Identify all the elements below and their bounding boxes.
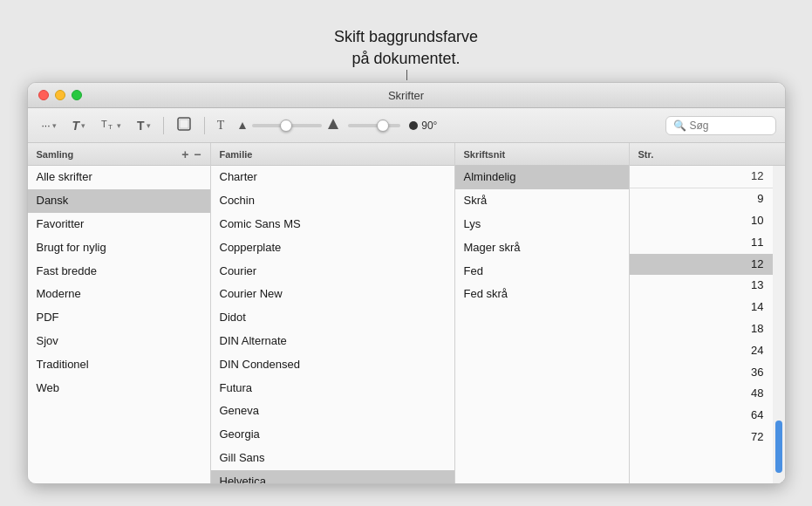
samling-list-item[interactable]: Moderne	[28, 283, 210, 306]
str-list-item[interactable]: 10	[630, 210, 773, 232]
familie-list-item[interactable]: Comic Sans MS	[211, 213, 454, 236]
svg-text:T: T	[108, 123, 113, 131]
familie-list-item[interactable]: Didot	[211, 306, 454, 330]
titlebar: Skrifter	[28, 83, 785, 108]
familie-list-item[interactable]: Helvetica	[211, 470, 454, 484]
familie-list-item[interactable]: DIN Alternate	[211, 330, 454, 353]
familie-list-item[interactable]: Cochin	[211, 189, 454, 213]
text-style-icon: T	[137, 119, 145, 133]
tooltip: Skift baggrundsfarve på dokumentet.	[334, 26, 478, 70]
text-style-button[interactable]: T ▾	[132, 116, 156, 135]
font-size-chevron-icon: ▾	[117, 121, 121, 130]
toolbar-separator-2	[204, 117, 205, 134]
samling-list-item[interactable]: PDF	[28, 306, 210, 330]
str-list-item[interactable]: 72	[630, 427, 773, 448]
columns-area: Samling + − Alle skrifterDanskFavoritter…	[28, 143, 785, 483]
samling-list-item[interactable]: Alle skrifter	[28, 166, 210, 189]
familie-list-item[interactable]: DIN Condensed	[211, 353, 454, 377]
skriftsnit-list-item[interactable]: Mager skrå	[455, 236, 629, 260]
familie-list-item[interactable]: Courier New	[211, 283, 454, 306]
search-box[interactable]: 🔍	[665, 116, 776, 135]
str-list-item[interactable]: 14	[630, 297, 773, 318]
familie-list-item[interactable]: Geneva	[211, 400, 454, 423]
skriftsnit-column: Skriftsnit AlmindeligSkråLysMager skråFe…	[455, 143, 630, 483]
svg-rect-3	[180, 120, 188, 128]
samling-list: Alle skrifterDanskFavoritterBrugt for ny…	[28, 166, 210, 483]
actions-button[interactable]: ··· ▾	[37, 117, 62, 134]
str-list-item[interactable]: 48	[630, 383, 773, 405]
familie-list: CharterCochinComic Sans MSCopperplateCou…	[211, 166, 454, 483]
minimize-button[interactable]	[55, 90, 65, 100]
remove-collection-button[interactable]: −	[194, 148, 201, 161]
samling-list-item[interactable]: Dansk	[28, 189, 210, 213]
rotation-value: 90°	[421, 120, 437, 132]
skriftsnit-list-item[interactable]: Fed	[455, 260, 629, 284]
skriftsnit-list-item[interactable]: Almindelig	[455, 166, 629, 189]
samling-column: Samling + − Alle skrifterDanskFavoritter…	[28, 143, 211, 483]
familie-list-item[interactable]: Courier	[211, 260, 454, 284]
str-header-label: Str.	[638, 149, 654, 160]
familie-list-item[interactable]: Futura	[211, 377, 454, 400]
font-size-icon: TT	[101, 117, 115, 133]
triangle-large-icon	[327, 118, 339, 133]
font-collection-button[interactable]: T ▾	[67, 116, 92, 135]
str-list-item[interactable]: 12	[630, 254, 773, 276]
search-input[interactable]	[690, 120, 768, 132]
str-list-item[interactable]: 24	[630, 340, 773, 362]
str-top-value: 12	[630, 166, 773, 188]
str-list-item[interactable]: 11	[630, 232, 773, 254]
str-list-item[interactable]: 36	[630, 362, 773, 384]
window-title: Skrifter	[388, 89, 424, 102]
background-icon	[176, 116, 192, 134]
str-scrollbar-thumb[interactable]	[775, 421, 782, 473]
familie-header-label: Familie	[220, 149, 253, 160]
str-list-item[interactable]: 18	[630, 318, 773, 340]
familie-header: Familie	[211, 143, 454, 166]
familie-list-item[interactable]: Georgia	[211, 423, 454, 447]
samling-list-item[interactable]: Fast bredde	[28, 260, 210, 284]
familie-list-item[interactable]: Charter	[211, 166, 454, 189]
font-preview-button[interactable]: T	[212, 116, 230, 135]
skriftsnit-header-label: Skriftsnit	[464, 149, 506, 160]
samling-list-item[interactable]: Sjov	[28, 330, 210, 353]
samling-header-actions: + −	[181, 148, 201, 161]
skriftsnit-list-item[interactable]: Lys	[455, 213, 629, 236]
maximize-button[interactable]	[72, 90, 82, 100]
size-slider-thumb[interactable]	[280, 120, 292, 132]
str-scrollbar[interactable]	[773, 166, 785, 483]
add-collection-button[interactable]: +	[181, 148, 188, 161]
tooltip-pointer	[406, 70, 407, 80]
size-slider-track[interactable]	[252, 124, 322, 127]
fonts-window: Skrifter ··· ▾ T ▾ TT ▾ T ▾	[27, 82, 786, 484]
samling-list-item[interactable]: Brugt for nylig	[28, 236, 210, 260]
opacity-slider-track[interactable]	[348, 124, 400, 127]
rotation-dot-icon	[409, 121, 418, 130]
text-style-chevron-icon: ▾	[147, 121, 151, 130]
font-size-button[interactable]: TT ▾	[96, 114, 126, 136]
str-header: Str.	[630, 143, 785, 166]
search-icon: 🔍	[673, 120, 686, 132]
samling-header-label: Samling	[37, 149, 74, 160]
close-button[interactable]	[38, 90, 49, 100]
samling-list-item[interactable]: Traditionel	[28, 353, 210, 377]
str-list-item[interactable]: 13	[630, 275, 773, 297]
background-button[interactable]	[171, 113, 197, 137]
str-list-item[interactable]: 64	[630, 405, 773, 427]
toolbar-separator-1	[163, 117, 164, 134]
samling-list-item[interactable]: Favoritter	[28, 213, 210, 236]
familie-list-item[interactable]: Gill Sans	[211, 447, 454, 470]
toolbar: ··· ▾ T ▾ TT ▾ T ▾ T	[28, 108, 785, 143]
samling-header: Samling + −	[28, 143, 210, 166]
samling-list-item[interactable]: Web	[28, 377, 210, 400]
familie-list-item[interactable]: Copperplate	[211, 236, 454, 260]
triangle-small-icon	[238, 118, 247, 133]
font-preview-icon: T	[217, 119, 225, 133]
str-list-item[interactable]: 9	[630, 188, 773, 210]
skriftsnit-list-item[interactable]: Fed skrå	[455, 283, 629, 306]
actions-icon: ···	[42, 120, 51, 132]
skriftsnit-list-item[interactable]: Skrå	[455, 189, 629, 213]
opacity-slider-thumb[interactable]	[377, 120, 389, 132]
svg-marker-4	[239, 122, 246, 129]
familie-column: Familie CharterCochinComic Sans MSCopper…	[211, 143, 455, 483]
tooltip-line1: Skift baggrundsfarve	[334, 26, 478, 48]
